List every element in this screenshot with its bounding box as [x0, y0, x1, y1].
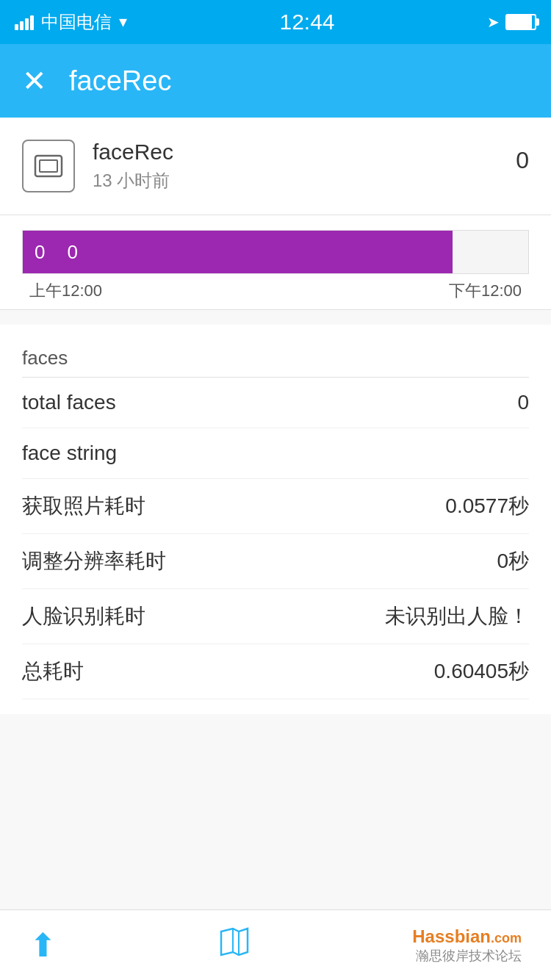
- app-info-card: faceRec 13 小时前 0: [0, 118, 551, 215]
- app-icon: [22, 140, 75, 192]
- stat-label-resolution-time: 调整分辨率耗时: [22, 547, 166, 575]
- app-name-section: faceRec 13 小时前: [93, 140, 173, 192]
- table-row: 调整分辨率耗时 0秒: [22, 534, 529, 589]
- hassbian-sub: 瀚思彼岸技术论坛: [412, 947, 522, 965]
- chart-time-right: 下午12:00: [449, 280, 522, 302]
- app-time-ago: 13 小时前: [93, 169, 173, 192]
- svg-rect-1: [40, 160, 57, 172]
- main-content: faceRec 13 小时前 0 0 0 上午12:00 下午12:00 fac…: [0, 118, 551, 911]
- hassbian-brand: Hassbian: [412, 926, 491, 946]
- hassbian-logo: Hassbian.com 瀚思彼岸技术论坛: [412, 926, 522, 965]
- table-row: total faces 0: [22, 378, 529, 428]
- table-row: 人脸识别耗时 未识别出人脸！: [22, 589, 529, 644]
- stat-value-face-rec-time: 未识别出人脸！: [385, 602, 529, 630]
- stat-label-face-rec-time: 人脸识别耗时: [22, 602, 145, 630]
- stat-label-photo-time: 获取照片耗时: [22, 492, 145, 520]
- svg-marker-2: [221, 929, 248, 955]
- table-row: 获取照片耗时 0.0577秒: [22, 479, 529, 534]
- chart-time-labels: 上午12:00 下午12:00: [22, 280, 529, 302]
- stat-value-total-time: 0.60405秒: [434, 657, 529, 685]
- chart-bar-fill: 0 0: [23, 231, 453, 273]
- status-time: 12:44: [279, 10, 334, 35]
- upload-button[interactable]: ⬆: [29, 926, 57, 964]
- stat-value-photo-time: 0.0577秒: [445, 492, 529, 520]
- map-button[interactable]: [218, 926, 251, 965]
- bottom-bar: ⬆ Hassbian.com 瀚思彼岸技术论坛: [0, 909, 551, 980]
- stats-group-header: faces: [22, 332, 529, 378]
- battery-icon: [505, 14, 536, 30]
- app-count: 0: [516, 140, 529, 174]
- hassbian-brand-line: Hassbian.com: [412, 926, 522, 947]
- app-bar: ✕ faceRec: [0, 44, 551, 118]
- carrier-name: 中国电信: [41, 10, 112, 34]
- close-button[interactable]: ✕: [22, 66, 47, 96]
- table-row: 总耗时 0.60405秒: [22, 644, 529, 699]
- chart-label-1: 0: [35, 241, 45, 264]
- signal-icon: [15, 14, 34, 30]
- status-left: 中国电信 ▾: [15, 10, 127, 34]
- location-icon: ➤: [487, 13, 500, 31]
- app-bar-title: faceRec: [69, 65, 171, 97]
- app-name: faceRec: [93, 140, 173, 165]
- stat-label-total-faces: total faces: [22, 391, 116, 414]
- stat-value-total-faces: 0: [517, 391, 529, 414]
- stats-section: faces total faces 0 face string 获取照片耗时 0…: [0, 325, 551, 714]
- chart-time-left: 上午12:00: [29, 280, 102, 302]
- stat-label-face-string: face string: [22, 442, 117, 465]
- hassbian-com: .com: [491, 931, 522, 945]
- chart-bar-container: 0 0: [22, 230, 529, 274]
- status-bar: 中国电信 ▾ 12:44 ➤: [0, 0, 551, 44]
- chart-label-2: 0: [67, 241, 77, 264]
- wifi-icon: ▾: [119, 12, 127, 32]
- status-right: ➤: [487, 13, 536, 31]
- stat-value-resolution-time: 0秒: [497, 547, 529, 575]
- table-row: face string: [22, 428, 529, 479]
- chart-area: 0 0 上午12:00 下午12:00: [0, 215, 551, 310]
- app-info-left: faceRec 13 小时前: [22, 140, 173, 192]
- stat-label-total-time: 总耗时: [22, 657, 84, 685]
